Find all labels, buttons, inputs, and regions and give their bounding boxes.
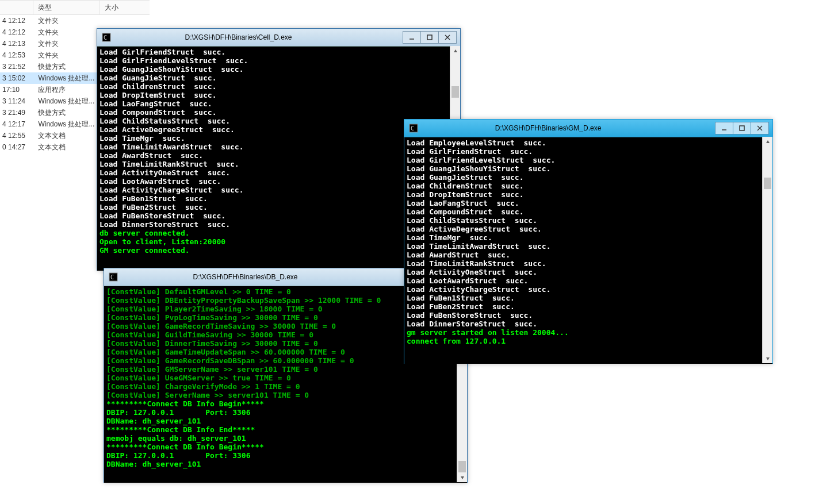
explorer-header-row[interactable]: 类型 大小: [0, 0, 150, 15]
console-line: DBIP: 127.0.0.1 Port: 3306: [106, 451, 465, 460]
console-icon: C: [109, 272, 118, 282]
console-line: Load CompoundStruct succ.: [100, 108, 458, 117]
console-line: Load ChildrenStruct succ.: [407, 182, 770, 190]
file-date: 3 21:49: [0, 109, 33, 117]
console-line: Load AwardStruct succ.: [407, 251, 770, 259]
file-type: 文件夹: [33, 26, 100, 38]
file-type: 文本文档: [33, 141, 100, 153]
console-line: Load LootAwardStruct succ.: [407, 276, 770, 285]
console-line: Load LaoFangStruct succ.: [407, 199, 770, 207]
titlebar-cell[interactable]: C D:\XGSH\DFH\Binaries\Cell_D.exe: [97, 29, 460, 47]
file-type: Windows 批处理...: [33, 72, 100, 84]
console-line: [ConstValue] UseGMServer >> true TIME = …: [106, 374, 465, 382]
file-type: Windows 批处理...: [33, 118, 100, 130]
scroll-up-icon[interactable]: [450, 46, 460, 56]
console-line: *********Connect DB Info Begin*****: [106, 399, 465, 408]
svg-rect-3: [427, 35, 432, 40]
svg-text:C: C: [104, 34, 107, 41]
file-date: 0 14:27: [0, 143, 33, 151]
svg-marker-6: [454, 49, 457, 52]
console-line: Load ActivityOneStruct succ.: [407, 268, 770, 276]
file-date: 4 12:17: [0, 120, 33, 128]
file-type: 文件夹: [33, 38, 100, 49]
file-type: 文件夹: [33, 49, 100, 61]
console-line: [ConstValue] GMServerName >> server101 T…: [106, 365, 465, 374]
console-window-gm[interactable]: C D:\XGSH\DFH\Binaries\GM_D.exe Load Emp…: [404, 119, 773, 364]
close-button[interactable]: [751, 122, 768, 134]
console-line: Load GirlFriendLevelStruct succ.: [100, 56, 458, 65]
file-type: 快捷方式: [33, 61, 100, 72]
scroll-thumb[interactable]: [764, 178, 771, 189]
scroll-thumb[interactable]: [451, 86, 459, 98]
console-line: *********Connect DB Info Begin*****: [106, 443, 465, 451]
console-line: Load GuangJieShouYiStruct succ.: [407, 164, 770, 173]
console-line: DBIP: 127.0.0.1 Port: 3306: [106, 408, 465, 417]
console-line: DBName: dh_server_101: [106, 417, 465, 425]
console-line: [ConstValue] ChargeVerifyMode >> 1 TIME …: [106, 382, 465, 391]
minimize-button[interactable]: [715, 122, 733, 134]
console-line: Load ActivityChargeStruct succ.: [407, 285, 770, 294]
console-line: Load FuBen1Struct succ.: [407, 294, 770, 302]
file-date: 4 12:13: [0, 40, 33, 48]
file-type: 快捷方式: [33, 107, 100, 118]
titlebar-gm[interactable]: C D:\XGSH\DFH\Binaries\GM_D.exe: [404, 120, 772, 137]
console-line: memobj equals db: dh_server_101: [106, 434, 465, 443]
file-date: 4 12:12: [0, 17, 33, 25]
console-line: Load TimeLimitAwardStruct succ.: [407, 242, 770, 251]
console-line: Load TimeLimitRankStruct succ.: [407, 259, 770, 268]
scroll-track[interactable]: [763, 147, 772, 353]
console-line: Load FuBen2Struct succ.: [407, 302, 770, 311]
console-line: Load FuBenStoreStruct succ.: [407, 311, 770, 320]
file-date: 17:10: [0, 86, 33, 94]
window-buttons-gm: [715, 122, 769, 134]
console-line: gm server started on listen 20004...: [407, 328, 770, 337]
scroll-down-icon[interactable]: [457, 472, 467, 482]
maximize-button[interactable]: [421, 32, 439, 43]
svg-rect-19: [740, 126, 744, 130]
console-line: Load ActiveDegreeStruct succ.: [407, 225, 770, 233]
file-type: 文件夹: [33, 15, 100, 26]
console-icon: C: [409, 124, 418, 133]
svg-marker-15: [461, 476, 464, 479]
file-date: 4 12:55: [0, 132, 33, 140]
console-line: Load DropItemStruct succ.: [100, 91, 458, 99]
scroll-down-icon[interactable]: [763, 353, 772, 363]
console-line: Load GirlFriendLevelStruct succ.: [407, 156, 770, 164]
file-type: 应用程序: [33, 84, 100, 95]
scrollbar-gm[interactable]: [762, 137, 772, 363]
title-text-gm: D:\XGSH\DFH\Binaries\GM_D.exe: [422, 124, 715, 132]
console-line: Load CompoundStruct succ.: [407, 207, 770, 216]
explorer-header-size[interactable]: 大小: [100, 1, 150, 14]
title-text-db: D:\XGSH\DFH\Binaries\DB_D.exe: [121, 273, 410, 281]
console-line: Load GirlFriendStruct succ.: [100, 48, 458, 56]
file-row[interactable]: 4 12:12文件夹: [0, 15, 150, 26]
svg-text:C: C: [411, 125, 414, 132]
console-line: [ConstValue] ServerName >> server101 TIM…: [106, 391, 465, 399]
svg-marker-22: [766, 140, 770, 143]
minimize-button[interactable]: [403, 32, 421, 43]
scroll-thumb[interactable]: [458, 461, 466, 472]
maximize-button[interactable]: [733, 122, 751, 134]
console-line: *********Connect DB Info End*****: [106, 425, 465, 434]
console-line: Load EmployeeLevelStruct succ.: [407, 138, 770, 147]
file-size: [100, 15, 150, 26]
console-line: Load DropItemStruct succ.: [407, 190, 770, 199]
file-type: 文本文档: [33, 130, 100, 141]
console-line: connect from 127.0.0.1: [407, 337, 770, 345]
file-date: 4 12:53: [0, 51, 33, 59]
console-line: Load TimeMgr succ.: [407, 233, 770, 242]
console-line: Load LaoFangStruct succ.: [100, 99, 458, 108]
explorer-header-type[interactable]: 类型: [33, 1, 100, 14]
scroll-up-icon[interactable]: [763, 137, 772, 147]
title-text-cell: D:\XGSH\DFH\Binaries\Cell_D.exe: [114, 33, 403, 41]
console-line: Load GirlFriendStruct succ.: [407, 147, 770, 156]
svg-marker-23: [766, 357, 770, 360]
window-buttons-cell: [403, 31, 457, 44]
console-icon: C: [102, 33, 111, 42]
console-body-gm[interactable]: Load EmployeeLevelStruct succ.Load GirlF…: [404, 137, 772, 364]
file-date: 3 11:24: [0, 97, 33, 105]
file-date: 3 15:02: [0, 74, 33, 82]
console-line: Load ChildStatusStruct succ.: [407, 216, 770, 225]
close-button[interactable]: [439, 32, 456, 43]
console-line: Load GuangJieStruct succ.: [100, 74, 458, 82]
